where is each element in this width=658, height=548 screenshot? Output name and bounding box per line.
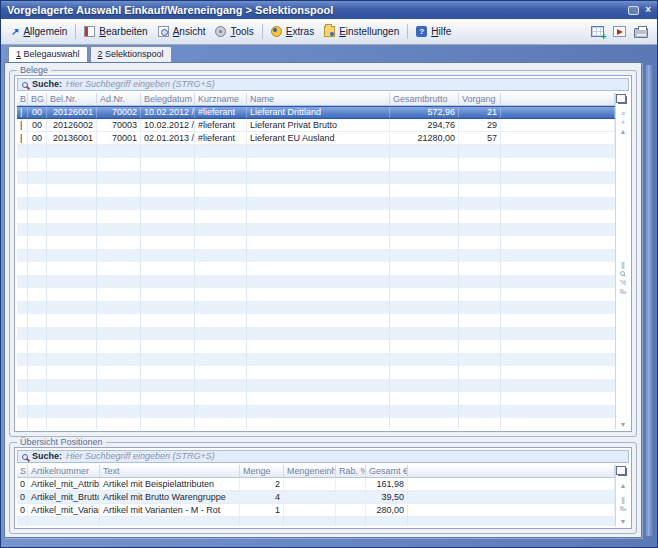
scroll-up-icon[interactable]: ▲ — [620, 481, 626, 490]
menu-label: Hilfe — [431, 26, 451, 37]
menu-einstellungen[interactable]: Einstellungen — [319, 24, 404, 39]
col-header-adnr[interactable]: Ad.Nr. — [97, 93, 141, 106]
filter-icon[interactable]: ||| — [621, 260, 623, 269]
beleg-indicator: | — [17, 119, 28, 131]
position-row[interactable]: 0 Artikel_mit_Attributen Artikel mit Bei… — [17, 478, 615, 491]
positionen-groupbox: Übersicht Positionen Suche: Hier Suchbeg… — [9, 437, 637, 534]
cell-filler — [501, 132, 615, 144]
cell-bg: 00 — [28, 107, 47, 118]
beleg-row-selected[interactable]: | 00 20126001 70002 10.02.2012 /Fr #lief… — [17, 106, 615, 119]
grid-column-separator — [194, 145, 195, 429]
menu-extras[interactable]: Extras — [266, 24, 319, 39]
col-header-gesamt[interactable]: Gesamt € — [366, 465, 408, 478]
cell-filler — [408, 478, 615, 490]
cell-adnr: 70003 — [97, 119, 141, 131]
belege-header-row: B BG Bel.Nr. Ad.Nr. Belegdatum Kurzname … — [17, 93, 615, 106]
cell-belnr: 20126002 — [47, 119, 97, 131]
menu-label: Bearbeiten — [99, 26, 147, 37]
col-header-rabatt[interactable]: Rab. % — [336, 465, 366, 478]
cell-s: 0 — [17, 491, 28, 503]
cell-vorgang: 21 — [459, 107, 501, 118]
cell-kurzname: #lieferant — [195, 119, 247, 131]
cell-mengeneinheit — [284, 504, 336, 516]
grid-search-icon[interactable] — [620, 271, 625, 276]
exit-button[interactable] — [608, 23, 630, 41]
tab-selektionspool[interactable]: 2 Selektionspool — [90, 46, 172, 62]
col-header-belnr[interactable]: Bel.Nr. — [47, 93, 97, 106]
grid-column-separator — [407, 517, 408, 526]
beleg-row[interactable]: | 00 20126002 70003 10.02.2012 /Fr #lief… — [17, 119, 615, 132]
percent-icon[interactable]: % — [620, 278, 625, 287]
beleg-row[interactable]: | 00 20136001 70001 02.01.2013 /Mi #lief… — [17, 132, 615, 145]
tab-belegauswahl[interactable]: 1 Belegauswahl — [8, 46, 88, 62]
print-button[interactable] — [630, 23, 652, 41]
col-header-b[interactable]: B — [17, 93, 28, 106]
col-header-bg[interactable]: BG — [28, 93, 47, 106]
menu-bearbeiten[interactable]: Bearbeiten — [79, 24, 152, 39]
col-header-artikelnummer[interactable]: Artikelnummer — [28, 465, 100, 478]
help-icon: ? — [416, 26, 427, 37]
scroll-top-icon[interactable]: ≡ — [621, 109, 624, 118]
search-icon — [22, 82, 28, 88]
col-header-text[interactable]: Text — [100, 465, 240, 478]
col-header-kurzname[interactable]: Kurzname — [195, 93, 247, 106]
positionen-search-input[interactable]: Suche: Hier Suchbegriff eingeben (STRG+S… — [17, 450, 629, 463]
tab-strip: 1 Belegauswahl 2 Selektionspool — [1, 45, 657, 62]
belege-search-input[interactable]: Suche: Hier Suchbegriff eingeben (STRG+S… — [17, 78, 629, 91]
menu-separator — [75, 24, 76, 39]
restore-icon[interactable] — [628, 6, 639, 15]
grid-column-separator — [46, 145, 47, 429]
menu-allgemein[interactable]: ↗ Allgemein — [6, 24, 72, 39]
permille-icon[interactable]: ‰ — [620, 287, 626, 296]
column-chooser-icon[interactable] — [618, 468, 627, 476]
menu-ansicht[interactable]: Ansicht — [153, 24, 211, 39]
tab-label: 2 Selektionspool — [98, 47, 164, 61]
cell-rabatt — [336, 478, 366, 490]
belege-grid: B BG Bel.Nr. Ad.Nr. Belegdatum Kurzname … — [17, 93, 629, 429]
positionen-panel: Suche: Hier Suchbegriff eingeben (STRG+S… — [14, 447, 632, 529]
position-row[interactable]: 0 Artikel_mit_Varianten. Artikel mit Var… — [17, 504, 615, 517]
app-window: Vorgelagerte Auswahl Einkauf/Wareneingan… — [0, 0, 658, 548]
close-icon[interactable]: × — [645, 5, 651, 15]
col-header-vorgang[interactable]: Vorgang — [459, 93, 501, 106]
scroll-down-icon[interactable]: ▼ — [620, 517, 626, 526]
grid-column-separator — [27, 145, 28, 429]
col-header-name[interactable]: Name — [247, 93, 390, 106]
beleg-indicator: | — [17, 107, 28, 118]
col-header-s[interactable]: S — [17, 465, 28, 478]
belege-grid-main: B BG Bel.Nr. Ad.Nr. Belegdatum Kurzname … — [17, 93, 615, 429]
col-header-belegdatum[interactable]: Belegdatum — [141, 93, 195, 106]
cell-name: Lieferant EU Ausland — [247, 132, 390, 144]
positionen-grid-main: S Artikelnummer Text Menge Mengeneinheit… — [17, 465, 615, 526]
col-header-gesamtbrutto[interactable]: Gesamtbrutto — [390, 93, 459, 106]
scroll-down-icon[interactable]: ▼ — [620, 420, 626, 429]
cell-vorgang: 57 — [459, 132, 501, 144]
window-scrollbar[interactable] — [644, 65, 654, 536]
col-header-mengeneinheit[interactable]: Mengeneinheit — [284, 465, 336, 478]
cell-rabatt — [336, 491, 366, 503]
grid-column-separator — [389, 145, 390, 429]
insert-icon[interactable]: + — [621, 118, 624, 127]
scroll-up-icon[interactable]: ▲ — [620, 127, 626, 136]
col-header-filler — [501, 93, 615, 106]
cell-bg: 00 — [28, 119, 47, 131]
tools-icon — [215, 26, 226, 37]
cell-belegdatum: 02.01.2013 /Mi — [141, 132, 195, 144]
menu-tools[interactable]: Tools — [210, 24, 258, 39]
column-chooser-icon[interactable] — [618, 96, 627, 104]
table-plus-icon — [591, 26, 604, 37]
positionen-grid-side-toolbar: ▲ ||| ‰ ▼ — [615, 465, 629, 526]
filter-icon[interactable]: ||| — [621, 495, 623, 504]
cell-menge: 2 — [240, 478, 284, 490]
position-row[interactable]: 0 Artikel_mit_Brutto_WG Artikel mit Brut… — [17, 491, 615, 504]
col-header-menge[interactable]: Menge — [240, 465, 284, 478]
cell-kurzname: #lieferant — [195, 132, 247, 144]
menu-separator — [407, 24, 408, 39]
grid-column-separator — [140, 145, 141, 429]
permille-icon[interactable]: ‰ — [620, 504, 626, 513]
cell-menge: 4 — [240, 491, 284, 503]
export-table-button[interactable] — [586, 23, 608, 41]
cell-adnr: 70001 — [97, 132, 141, 144]
menu-hilfe[interactable]: ? Hilfe — [411, 24, 456, 39]
cell-text: Artikel mit Brutto Warengruppe — [100, 491, 240, 503]
